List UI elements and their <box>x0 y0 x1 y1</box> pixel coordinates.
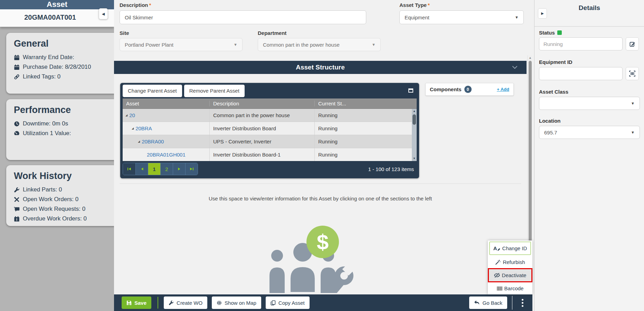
scroll-up-icon[interactable]: ▲ <box>528 56 533 59</box>
work-request-icon <box>14 206 20 212</box>
scan-barcode-button[interactable] <box>626 67 639 80</box>
details-divider <box>534 26 644 27</box>
row-status: Running <box>318 112 338 118</box>
scroll-down-icon[interactable]: ▼ <box>412 156 417 161</box>
components-count-badge: 0 <box>464 86 472 93</box>
show-on-map-button[interactable]: Show on Map <box>212 296 261 309</box>
dots-vertical-icon <box>522 299 523 301</box>
tree-expand-icon[interactable]: ◢ <box>132 127 134 130</box>
first-page-button[interactable] <box>123 163 135 175</box>
calendar-icon <box>14 64 20 70</box>
save-button[interactable]: Save <box>122 296 151 309</box>
page-1-button[interactable]: 1 <box>148 163 160 175</box>
back-arrow-icon <box>474 300 480 305</box>
row-description: Common part in the power house <box>213 112 290 118</box>
details-collapse-button[interactable]: ▶ <box>538 8 547 19</box>
wrench-icon <box>169 300 174 305</box>
asset-structure-header[interactable]: Asset Structure <box>114 61 527 74</box>
next-page-button[interactable] <box>173 163 185 175</box>
column-header-description[interactable]: Description <box>210 101 315 106</box>
chevron-down-icon[interactable] <box>512 65 518 70</box>
grid-scrollbar[interactable]: ▲ ▼ <box>412 109 417 161</box>
asset-link[interactable]: 20BRA <box>135 125 152 131</box>
components-add-link[interactable]: + Add <box>497 87 509 92</box>
department-label: Department <box>258 30 286 36</box>
edit-status-button[interactable] <box>626 37 639 50</box>
work-history-card[interactable]: Work History Linked Parts: 0 Open Work O… <box>6 165 115 226</box>
table-row[interactable]: ◢20BRA Inverter Distribustion Board Runn… <box>123 122 417 135</box>
performance-card[interactable]: Performance Downtime: 0m 0s Utilization … <box>6 99 115 160</box>
equipment-id-input[interactable] <box>539 67 623 80</box>
open-work-requests-text: Open Work Requests: 0 <box>23 204 85 214</box>
chevron-down-icon: ▼ <box>234 43 237 47</box>
general-warranty-text: Warranty End Date: <box>23 53 74 62</box>
location-dropdown[interactable]: 695.7 ▼ <box>539 126 640 139</box>
go-back-button[interactable]: Go Back <box>469 296 507 309</box>
tree-expand-icon[interactable]: ◢ <box>125 114 127 117</box>
sidebar-collapse-button[interactable]: ◀ <box>99 8 108 19</box>
menu-item-barcode[interactable]: Barcode <box>488 282 532 294</box>
components-card[interactable]: Components 0 + Add <box>425 83 514 96</box>
menu-item-deactivate[interactable]: Deactivate <box>488 268 532 282</box>
menu-item-refurbish[interactable]: Refurbish <box>488 256 532 268</box>
list-item: Warranty End Date: <box>14 53 115 62</box>
change-parent-asset-button[interactable]: Change Parent Asset <box>123 85 182 97</box>
row-status: Running <box>318 125 338 131</box>
chevron-right-icon: ▶ <box>541 11 544 15</box>
tree-expand-icon[interactable]: ◢ <box>138 140 140 143</box>
change-id-icon: A <box>493 245 500 251</box>
grid-header-row: Asset Description Current St... <box>123 98 417 109</box>
table-row[interactable]: 20BRA01GH001 Inverter Distribustion Boar… <box>123 148 417 161</box>
table-row[interactable]: ◢20BRA00 UPS - Converter, Inverter Runni… <box>123 135 417 148</box>
open-work-orders-text: Open Work Orders: 0 <box>23 195 78 204</box>
department-value: Common part in the power house <box>263 42 372 48</box>
equipment-id-field <box>539 67 623 80</box>
status-label: Status <box>539 30 562 36</box>
status-input[interactable] <box>539 37 623 50</box>
column-header-status[interactable]: Current St... <box>315 101 417 106</box>
toolbar-divider <box>158 297 158 309</box>
asset-class-dropdown[interactable]: ▼ <box>539 97 640 110</box>
scrollbar-thumb[interactable] <box>413 114 416 125</box>
create-wo-button[interactable]: Create WO <box>164 296 207 309</box>
site-dropdown[interactable]: Portland Power Plant ▼ <box>120 38 243 51</box>
general-card-title: General <box>14 38 115 49</box>
asset-cost-illustration: $ <box>255 224 355 293</box>
linked-parts-text: Linked Parts: 0 <box>23 185 62 195</box>
asset-link[interactable]: 20BRA00 <box>142 139 164 144</box>
row-status: Running <box>318 139 338 144</box>
copy-asset-button[interactable]: Copy Asset <box>266 296 310 309</box>
pager-info: 1 - 100 of 123 items <box>368 166 417 172</box>
chevron-down-icon: ▼ <box>631 130 635 134</box>
page-2-button[interactable]: 2 <box>160 163 173 175</box>
prev-page-button[interactable] <box>135 163 148 175</box>
general-card[interactable]: General Warranty End Date: Purchase Date… <box>6 33 115 94</box>
list-item: Linked Tags: 0 <box>14 72 115 82</box>
table-row[interactable]: ◢20 Common part in the power house Runni… <box>123 109 417 122</box>
more-actions-button[interactable] <box>517 296 528 309</box>
edit-pencil-icon <box>629 41 635 47</box>
asset-link[interactable]: 20 <box>129 112 135 118</box>
details-panel: Details ▶ Status Equipment ID Asset Clas… <box>534 0 644 311</box>
description-input[interactable] <box>120 10 366 24</box>
asset-structure-title: Asset Structure <box>296 64 345 71</box>
department-dropdown[interactable]: Common part in the power house ▼ <box>258 38 381 51</box>
scroll-up-icon[interactable]: ▲ <box>412 109 417 114</box>
remove-parent-asset-button[interactable]: Remove Parent Asset <box>184 85 245 97</box>
asset-type-dropdown[interactable]: Equipment ▼ <box>399 10 524 24</box>
asset-link[interactable]: 20BRA01GH001 <box>147 152 186 158</box>
grid-pagination: 1 2 1 - 100 of 123 items <box>123 161 417 177</box>
location-label: Location <box>539 118 561 124</box>
globe-icon <box>217 300 222 305</box>
list-item: Utilization 1 Value: <box>14 129 115 138</box>
column-header-asset[interactable]: Asset <box>123 101 210 106</box>
menu-item-change-id[interactable]: A Change ID <box>489 242 531 255</box>
last-page-button[interactable] <box>185 163 198 175</box>
wrench-icon <box>14 187 20 193</box>
list-item: Open Work Orders: 0 <box>14 195 115 204</box>
next-page-icon <box>177 167 181 171</box>
list-item: Linked Parts: 0 <box>14 185 115 195</box>
maximize-grid-icon[interactable] <box>408 88 413 93</box>
asset-structure-grid: Change Parent Asset Remove Parent Asset … <box>120 83 419 178</box>
general-linked-tags-text: Linked Tags: 0 <box>23 72 60 82</box>
